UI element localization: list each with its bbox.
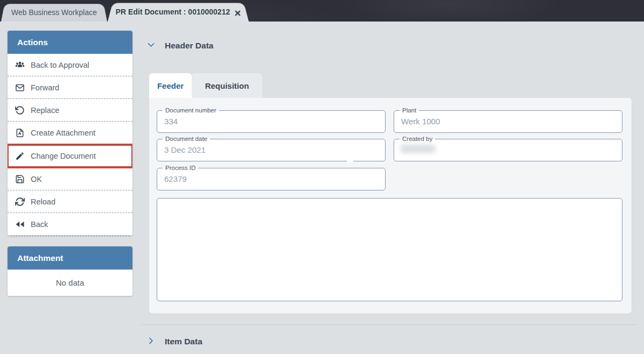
plant-field[interactable]: Plant Werk 1000 <box>394 110 622 133</box>
redacted-value <box>401 145 435 153</box>
attachment-panel: Attachment No data <box>8 246 132 296</box>
action-label: Reload <box>31 197 55 206</box>
action-replace[interactable]: Replace <box>8 99 132 122</box>
close-icon[interactable] <box>235 9 241 15</box>
cursor-artifact <box>347 159 353 162</box>
action-label: Change Document <box>31 152 96 160</box>
attachment-panel-header: Attachment <box>8 246 132 270</box>
section-divider <box>141 324 636 325</box>
action-create-attachment[interactable]: Create Attachment <box>8 122 132 144</box>
refresh-icon <box>15 197 25 207</box>
rewind-icon <box>15 220 25 229</box>
action-back[interactable]: Back <box>8 213 132 236</box>
tab-label: Web Business Workplace <box>11 8 97 17</box>
action-label: Replace <box>31 106 59 115</box>
action-label: Back to Approval <box>31 61 89 69</box>
notes-textarea[interactable] <box>157 198 622 301</box>
action-back-to-approval[interactable]: Back to Approval <box>8 54 132 76</box>
created-by-field[interactable]: Created by <box>394 139 622 161</box>
browser-tab-bar: Web Business Workplace PR Edit Document … <box>0 0 644 22</box>
chevron-down-icon <box>146 40 156 52</box>
action-label: Create Attachment <box>31 129 95 137</box>
action-label: Back <box>31 220 48 229</box>
tab-label: Requisition <box>205 81 249 90</box>
process-id-field[interactable]: Process ID 62379 <box>157 168 386 190</box>
tab-label: PR Edit Document : 0010000212 <box>116 8 230 16</box>
section-title: Header Data <box>165 41 213 51</box>
field-label: Plant <box>400 107 419 115</box>
tab-pr-edit-document[interactable]: PR Edit Document : 0010000212 <box>108 2 249 22</box>
action-label: OK <box>31 175 42 183</box>
document-date-field[interactable]: Document date 3 Dec 2021 <box>157 139 386 161</box>
attachment-empty-text: No data <box>8 270 132 296</box>
actions-panel: Actions Back to Approval Forward <box>8 31 132 236</box>
field-label: Document date <box>163 135 210 143</box>
section-title: Item Data <box>165 337 202 346</box>
tab-feeder[interactable]: Feeder <box>149 73 192 98</box>
field-label: Created by <box>400 135 435 143</box>
form-tabs: Feeder Requisition <box>149 73 262 98</box>
save-icon <box>15 174 25 184</box>
field-value: Werk 1000 <box>401 117 622 126</box>
users-icon <box>15 60 25 70</box>
field-value: 334 <box>164 117 385 126</box>
header-data-form-panel: Document number 334 Plant Werk 1000 Docu… <box>149 98 632 314</box>
envelope-icon <box>15 83 25 93</box>
field-value: 3 Dec 2021 <box>164 145 385 154</box>
rotate-ccw-icon <box>15 105 25 115</box>
header-data-section-toggle[interactable]: Header Data <box>146 40 213 52</box>
field-label: Process ID <box>163 164 198 172</box>
chevron-right-icon <box>146 336 156 348</box>
tab-requisition[interactable]: Requisition <box>192 73 262 98</box>
action-forward[interactable]: Forward <box>8 76 132 99</box>
main-content: Header Data Feeder Requisition Document … <box>132 22 644 354</box>
document-number-field[interactable]: Document number 334 <box>157 110 386 133</box>
action-reload[interactable]: Reload <box>8 190 132 213</box>
action-ok[interactable]: OK <box>8 168 132 190</box>
actions-panel-header: Actions <box>8 31 132 54</box>
action-label: Forward <box>31 83 59 92</box>
app-window: Web Business Workplace PR Edit Document … <box>0 0 644 354</box>
field-label: Document number <box>163 107 219 115</box>
tab-label: Feeder <box>157 81 184 90</box>
field-value: 62379 <box>164 174 385 183</box>
file-pdf-icon <box>15 128 25 138</box>
tab-web-business-workplace[interactable]: Web Business Workplace <box>1 3 107 22</box>
action-change-document[interactable]: Change Document <box>8 144 132 168</box>
item-data-section-toggle[interactable]: Item Data <box>146 336 202 348</box>
pencil-icon <box>15 151 25 161</box>
